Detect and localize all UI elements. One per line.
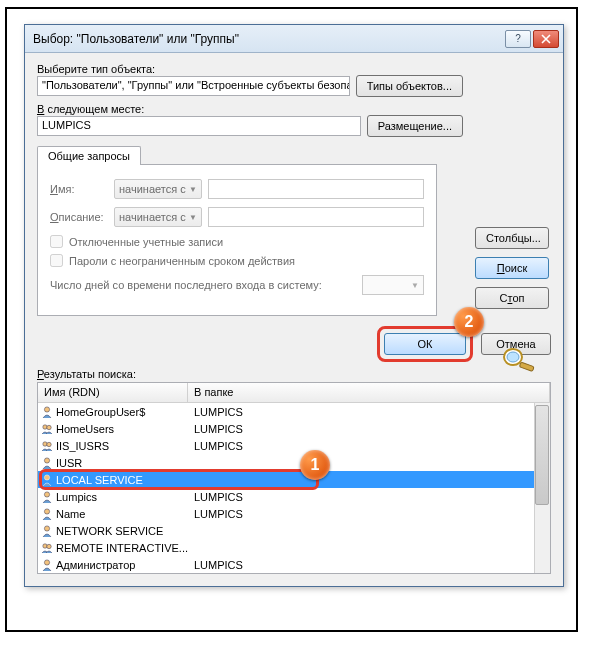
location-field[interactable]: LUMPICS — [37, 116, 361, 136]
svg-point-13 — [43, 543, 47, 547]
svg-point-15 — [44, 559, 49, 564]
user-icon — [38, 558, 56, 572]
user-icon — [38, 456, 56, 470]
scrollbar-thumb[interactable] — [535, 405, 549, 505]
table-row[interactable]: АдминистраторLUMPICS — [38, 556, 550, 573]
row-folder: LUMPICS — [188, 508, 550, 520]
row-folder: LUMPICS — [188, 491, 550, 503]
disabled-accounts-checkbox[interactable]: Отключенные учетные записи — [50, 235, 424, 248]
results-label: Результаты поиска: — [25, 368, 563, 382]
table-row[interactable]: LOCAL SERVICE — [38, 471, 550, 488]
group-icon — [38, 422, 56, 436]
checkbox-icon — [50, 254, 63, 267]
action-row: ОК 2 Отмена — [25, 316, 563, 368]
stop-button[interactable]: Стоп — [475, 287, 549, 309]
svg-point-9 — [44, 474, 49, 479]
titlebar: Выбор: "Пользователи" или "Группы" ? — [25, 25, 563, 53]
table-row[interactable]: NameLUMPICS — [38, 505, 550, 522]
chevron-down-icon: ▼ — [411, 281, 419, 290]
row-name: Name — [56, 508, 188, 520]
table-row[interactable]: NETWORK SERVICE — [38, 522, 550, 539]
group-icon — [38, 541, 56, 555]
checkbox-icon — [50, 235, 63, 248]
row-name: LOCAL SERVICE — [56, 474, 188, 486]
group-icon — [38, 439, 56, 453]
close-button[interactable] — [533, 30, 559, 48]
days-label: Число дней со времени последнего входа в… — [50, 279, 356, 291]
tab-common-queries[interactable]: Общие запросы — [37, 146, 141, 165]
svg-point-3 — [44, 406, 49, 411]
table-row[interactable]: REMOTE INTERACTIVE... — [38, 539, 550, 556]
desc-combo[interactable]: начинается с▼ — [114, 207, 202, 227]
row-name: IIS_IUSRS — [56, 440, 188, 452]
name-label: Имя: — [50, 183, 108, 195]
window-title: Выбор: "Пользователи" или "Группы" — [33, 32, 503, 46]
user-icon — [38, 490, 56, 504]
days-combo[interactable]: ▼ — [362, 275, 424, 295]
row-name: HomeUsers — [56, 423, 188, 435]
location-button[interactable]: Размещение... — [367, 115, 463, 137]
svg-point-8 — [44, 457, 49, 462]
badge-2: 2 — [454, 307, 484, 337]
table-row[interactable]: HomeUsersLUMPICS — [38, 420, 550, 437]
svg-point-11 — [44, 508, 49, 513]
table-row[interactable]: LumpicsLUMPICS — [38, 488, 550, 505]
user-icon — [38, 473, 56, 487]
ok-button[interactable]: ОК — [384, 333, 466, 355]
list-header: Имя (RDN) В папке — [38, 383, 550, 403]
chevron-down-icon: ▼ — [189, 185, 197, 194]
results-list[interactable]: Имя (RDN) В папке HomeGroupUser$LUMPICSH… — [37, 382, 551, 574]
svg-point-1 — [507, 352, 519, 362]
row-folder: LUMPICS — [188, 440, 550, 452]
object-type-label: Выберите тип объекта: — [37, 63, 463, 75]
row-name: HomeGroupUser$ — [56, 406, 188, 418]
svg-point-10 — [44, 491, 49, 496]
col-folder[interactable]: В папке — [188, 383, 550, 402]
row-folder: LUMPICS — [188, 559, 550, 571]
table-row[interactable]: IUSR — [38, 454, 550, 471]
row-folder: LUMPICS — [188, 406, 550, 418]
svg-point-5 — [47, 425, 51, 429]
row-name: REMOTE INTERACTIVE... — [56, 542, 188, 554]
svg-point-12 — [44, 525, 49, 530]
columns-button[interactable]: Столбцы... — [475, 227, 549, 249]
row-name: Lumpics — [56, 491, 188, 503]
table-row[interactable]: IIS_IUSRSLUMPICS — [38, 437, 550, 454]
nonexpiring-passwords-checkbox[interactable]: Пароли с неограниченным сроком действия — [50, 254, 424, 267]
find-button[interactable]: Поиск — [475, 257, 549, 279]
row-name: IUSR — [56, 457, 188, 469]
user-icon — [38, 524, 56, 538]
chevron-down-icon: ▼ — [189, 213, 197, 222]
user-icon — [38, 507, 56, 521]
svg-rect-2 — [519, 362, 534, 371]
close-icon — [541, 34, 551, 44]
svg-point-6 — [43, 441, 47, 445]
desc-input[interactable] — [208, 207, 424, 227]
list-body[interactable]: HomeGroupUser$LUMPICSHomeUsersLUMPICSIIS… — [38, 403, 550, 574]
name-input[interactable] — [208, 179, 424, 199]
object-type-field[interactable]: "Пользователи", "Группы" или "Встроенные… — [37, 76, 350, 96]
row-name: NETWORK SERVICE — [56, 525, 188, 537]
user-icon — [38, 405, 56, 419]
object-types-button[interactable]: Типы объектов... — [356, 75, 463, 97]
location-label: В следующем месте: — [37, 103, 463, 115]
svg-point-14 — [47, 544, 51, 548]
row-name: Администратор — [56, 559, 188, 571]
svg-point-7 — [47, 442, 51, 446]
tab-panel: Имя: начинается с▼ Описание: начинается … — [37, 164, 437, 316]
ok-highlight: ОК 2 — [377, 326, 473, 362]
table-row[interactable]: HomeGroupUser$LUMPICS — [38, 403, 550, 420]
svg-point-4 — [43, 424, 47, 428]
side-buttons: Столбцы... Поиск Стоп — [475, 227, 551, 309]
search-icon — [499, 345, 541, 375]
name-combo[interactable]: начинается с▼ — [114, 179, 202, 199]
row-folder: LUMPICS — [188, 423, 550, 435]
dialog-window: Выбор: "Пользователи" или "Группы" ? Выб… — [24, 24, 564, 587]
col-name[interactable]: Имя (RDN) — [38, 383, 188, 402]
desc-label: Описание: — [50, 211, 108, 223]
help-button[interactable]: ? — [505, 30, 531, 48]
